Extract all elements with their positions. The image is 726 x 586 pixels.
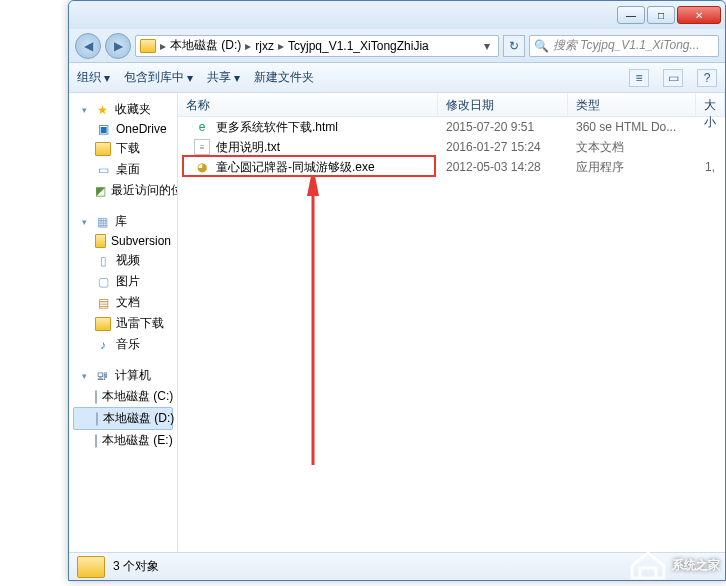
forward-button[interactable]: ▶ (105, 33, 131, 59)
folder-icon (95, 142, 111, 156)
tree-item-desktop[interactable]: ▭桌面 (73, 159, 173, 180)
desktop-icon: ▭ (95, 163, 111, 177)
file-name: 更多系统软件下载.html (216, 119, 338, 136)
tree-item-pictures[interactable]: ▢图片 (73, 271, 173, 292)
annotation-arrow (298, 175, 328, 475)
file-name: 使用说明.txt (216, 139, 280, 156)
search-placeholder: 搜索 Tcyjpq_V1.1_XiTong... (553, 37, 700, 54)
share-button[interactable]: 共享▾ (207, 69, 240, 86)
col-size[interactable]: 大小 (696, 93, 725, 116)
tree-item-drive-d[interactable]: 本地磁盘 (D:) (73, 407, 173, 430)
recent-icon: ◩ (95, 184, 106, 198)
computer-group[interactable]: ▾🖳计算机 (73, 365, 173, 386)
maximize-button[interactable]: □ (647, 6, 675, 24)
close-button[interactable]: ✕ (677, 6, 721, 24)
address-bar[interactable]: ▸ 本地磁盘 (D:) ▸ rjxz ▸ Tcyjpq_V1.1_XiTongZ… (135, 35, 499, 57)
status-bar: 3 个对象 (69, 552, 725, 580)
title-bar[interactable]: — □ ✕ (69, 1, 725, 29)
breadcrumb-sep: ▸ (278, 39, 284, 53)
drive-icon (95, 434, 97, 448)
html-file-icon: e (194, 119, 210, 135)
address-dropdown[interactable]: ▾ (480, 39, 494, 53)
libraries-group[interactable]: ▾▦库 (73, 211, 173, 232)
watermark: 系统之家 (630, 550, 720, 580)
folder-icon (77, 556, 105, 578)
file-row[interactable]: ≡使用说明.txt 2016-01-27 15:24 文本文档 (178, 137, 725, 157)
col-type[interactable]: 类型 (568, 93, 696, 116)
star-icon: ★ (94, 103, 110, 117)
file-date: 2016-01-27 15:24 (438, 140, 568, 154)
col-name[interactable]: 名称 (178, 93, 438, 116)
view-options-button[interactable]: ≡ (629, 69, 649, 87)
back-button[interactable]: ◀ (75, 33, 101, 59)
tree-item-downloads[interactable]: 下载 (73, 138, 173, 159)
drive-icon (96, 412, 98, 426)
document-icon: ▤ (95, 296, 111, 310)
col-date[interactable]: 修改日期 (438, 93, 568, 116)
favorites-group[interactable]: ▾★收藏夹 (73, 99, 173, 120)
breadcrumb-sep: ▸ (160, 39, 166, 53)
tree-item-documents[interactable]: ▤文档 (73, 292, 173, 313)
folder-icon (95, 317, 111, 331)
watermark-logo-icon (630, 550, 666, 580)
breadcrumb[interactable]: 本地磁盘 (D:) (170, 37, 241, 54)
body: ▾★收藏夹 ▣OneDrive 下载 ▭桌面 ◩最近访问的位置 ▾▦库 Subv… (69, 93, 725, 552)
file-type: 360 se HTML Do... (568, 120, 696, 134)
drive-icon (95, 390, 97, 404)
status-text: 3 个对象 (113, 558, 159, 575)
column-headers[interactable]: 名称 修改日期 类型 大小 (178, 93, 725, 117)
help-button[interactable]: ? (697, 69, 717, 87)
search-icon: 🔍 (534, 39, 549, 53)
file-list[interactable]: 名称 修改日期 类型 大小 e更多系统软件下载.html 2015-07-20 … (178, 93, 725, 552)
file-row[interactable]: e更多系统软件下载.html 2015-07-20 9:51 360 se HT… (178, 117, 725, 137)
video-icon: ▯ (95, 254, 111, 268)
breadcrumb-sep: ▸ (245, 39, 251, 53)
txt-file-icon: ≡ (194, 139, 210, 155)
navigation-bar: ◀ ▶ ▸ 本地磁盘 (D:) ▸ rjxz ▸ Tcyjpq_V1.1_XiT… (69, 29, 725, 63)
breadcrumb[interactable]: rjxz (255, 39, 274, 53)
refresh-button[interactable]: ↻ (503, 35, 525, 57)
picture-icon: ▢ (95, 275, 111, 289)
search-box[interactable]: 🔍 搜索 Tcyjpq_V1.1_XiTong... (529, 35, 719, 57)
tree-item-drive-c[interactable]: 本地磁盘 (C:) (73, 386, 173, 407)
cloud-icon: ▣ (95, 122, 111, 136)
preview-pane-button[interactable]: ▭ (663, 69, 683, 87)
tree-item-onedrive[interactable]: ▣OneDrive (73, 120, 173, 138)
file-type: 文本文档 (568, 139, 696, 156)
tree-item-music[interactable]: ♪音乐 (73, 334, 173, 355)
tree-item-subversion[interactable]: Subversion (73, 232, 173, 250)
file-type: 应用程序 (568, 159, 696, 176)
file-date: 2015-07-20 9:51 (438, 120, 568, 134)
navigation-tree[interactable]: ▾★收藏夹 ▣OneDrive 下载 ▭桌面 ◩最近访问的位置 ▾▦库 Subv… (69, 93, 178, 552)
include-in-library-button[interactable]: 包含到库中▾ (124, 69, 193, 86)
folder-icon (140, 39, 156, 53)
minimize-button[interactable]: — (617, 6, 645, 24)
annotation-highlight (182, 155, 436, 177)
tree-item-xunlei[interactable]: 迅雷下载 (73, 313, 173, 334)
new-folder-button[interactable]: 新建文件夹 (254, 69, 314, 86)
breadcrumb[interactable]: Tcyjpq_V1.1_XiTongZhiJia (288, 39, 429, 53)
explorer-window: — □ ✕ ◀ ▶ ▸ 本地磁盘 (D:) ▸ rjxz ▸ Tcyjpq_V1… (68, 0, 726, 581)
toolbar: 组织▾ 包含到库中▾ 共享▾ 新建文件夹 ≡ ▭ ? (69, 63, 725, 93)
tree-item-drive-e[interactable]: 本地磁盘 (E:) (73, 430, 173, 451)
watermark-text: 系统之家 (672, 557, 720, 574)
computer-icon: 🖳 (94, 369, 110, 383)
tree-item-videos[interactable]: ▯视频 (73, 250, 173, 271)
tree-item-recent[interactable]: ◩最近访问的位置 (73, 180, 173, 201)
folder-icon (95, 234, 106, 248)
organize-button[interactable]: 组织▾ (77, 69, 110, 86)
library-icon: ▦ (94, 215, 110, 229)
music-icon: ♪ (95, 338, 111, 352)
file-date: 2012-05-03 14:28 (438, 160, 568, 174)
file-size: 1, (696, 160, 725, 174)
